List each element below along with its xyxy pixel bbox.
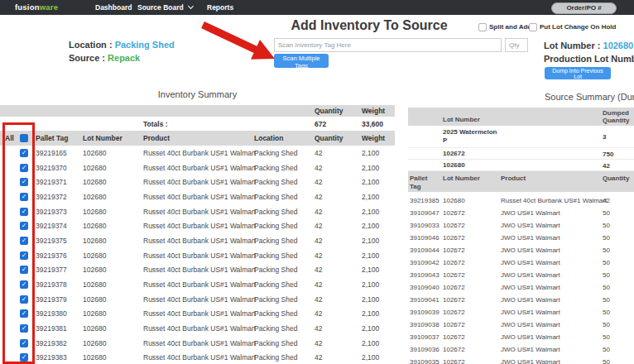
cell-lot-number: 102680 <box>83 251 106 260</box>
cell-src-pallet-tag: 39109039 <box>410 308 439 315</box>
scan-inventory-tag-input[interactable] <box>274 38 502 52</box>
cell-quantity: 42 <box>315 208 322 216</box>
cell-src-quantity: 50 <box>603 295 610 303</box>
cell-src-quantity: 50 <box>603 246 610 253</box>
app-screen: fusionware Dashboard Source Board Report… <box>0 0 634 364</box>
cell-quantity: 42 <box>315 222 322 230</box>
scan-multiple-tags-button[interactable]: Scan Multiple Tags <box>274 54 329 68</box>
dumped-lot-row: 2025 Watermelon P3 <box>408 126 634 148</box>
inventory-table-row: ✓39219380102680Russet 40ct Burbank US#1 … <box>0 307 395 322</box>
cell-pallet-tag: 39219378 <box>36 280 67 289</box>
order-po-button[interactable]: Order/PO # <box>551 2 617 14</box>
col-header-src-quantity: Quantity <box>603 175 629 182</box>
inventory-table-row: ✓39219374102680Russet 40ct Burbank US#1 … <box>0 218 395 233</box>
cell-lot-number: 102680 <box>83 193 106 201</box>
nav-item-dashboard[interactable]: Dashboard <box>95 3 132 12</box>
cell-location: Packing Shed <box>254 295 297 304</box>
qty-input[interactable] <box>505 38 528 52</box>
col-header-dumped-quantity: Dumped Quantity <box>603 109 634 124</box>
col-header-src-product: Product <box>501 175 526 182</box>
row-checkbox[interactable]: ✓ <box>20 324 28 333</box>
cell-lot-number: 102680 <box>83 280 106 289</box>
row-checkbox[interactable]: ✓ <box>20 208 28 216</box>
cell-dumped-lot: 2025 Watermelon P <box>443 128 497 145</box>
cell-weight: 2,100 <box>362 237 379 245</box>
nav-item-source-board[interactable]: Source Board <box>137 3 193 12</box>
source-line: Source : Repack <box>69 53 140 63</box>
cell-lot-number: 102680 <box>83 295 106 304</box>
cell-src-product: JWO US#1 Walmart <box>501 357 560 364</box>
row-checkbox[interactable]: ✓ <box>20 193 28 201</box>
cell-src-product: Russet 40ct Burbank US#1 Walmart <box>501 196 607 204</box>
logo-part-white: fusion <box>15 2 40 12</box>
cell-product: Russet 40ct Burbank US#1 Walmart <box>143 251 256 260</box>
put-lot-change-on-hold-checkbox[interactable] <box>529 23 537 31</box>
cell-weight: 2,100 <box>362 222 379 230</box>
row-checkbox[interactable]: ✓ <box>20 164 28 172</box>
cell-src-product: JWO US#1 Walmart <box>501 208 560 216</box>
cell-src-lot-number: 102672 <box>443 271 465 278</box>
source-label: Source : <box>69 53 105 63</box>
split-and-add-checkbox[interactable] <box>478 23 487 31</box>
col-header-pallet-tag: Pallet Tag <box>36 134 69 142</box>
cell-pallet-tag: 39219165 <box>36 149 67 157</box>
cell-location: Packing Shed <box>254 280 297 289</box>
cell-src-quantity: 50 <box>603 345 610 352</box>
source-table-row: 39219385102680Russet 40ct Burbank US#1 W… <box>408 194 634 206</box>
row-checkbox[interactable]: ✓ <box>20 309 28 318</box>
location-label: Location : <box>69 40 113 50</box>
cell-product: Russet 40ct Burbank US#1 Walmart <box>143 266 256 274</box>
fusionware-logo[interactable]: fusionware <box>15 2 58 12</box>
cell-lot-number: 102680 <box>83 353 106 362</box>
cell-src-quantity: 50 <box>603 320 610 328</box>
cell-lot-number: 102680 <box>83 309 106 318</box>
source-table-row: 39109041102672JWO US#1 Walmart50 <box>408 293 634 305</box>
cell-product: Russet 40ct Burbank US#1 Walmart <box>143 178 256 186</box>
cell-location: Packing Shed <box>254 339 297 347</box>
lot-number-label: Lot Number : <box>544 41 600 50</box>
cell-dumped-quantity: 750 <box>603 150 613 157</box>
cell-location: Packing Shed <box>254 266 297 274</box>
cell-pallet-tag: 39219373 <box>36 208 67 216</box>
cell-product: Russet 40ct Burbank US#1 Walmart <box>143 149 256 157</box>
cell-src-pallet-tag: 39109044 <box>410 246 439 253</box>
cell-src-quantity: 50 <box>603 258 610 266</box>
col-header-source-lot: Lot Number <box>443 116 480 123</box>
row-checkbox[interactable]: ✓ <box>20 280 28 289</box>
cell-dumped-lot: 102672 <box>443 150 497 158</box>
cell-lot-number: 102680 <box>83 164 106 172</box>
cell-src-product: JWO US#1 Walmart <box>501 246 560 253</box>
cell-src-pallet-tag: 39109033 <box>410 221 439 228</box>
totals-quantity: 672 <box>315 120 326 128</box>
row-checkbox[interactable]: ✓ <box>20 237 28 245</box>
row-checkbox[interactable]: ✓ <box>20 353 28 362</box>
nav-item-reports[interactable]: Reports <box>207 3 233 12</box>
row-checkbox[interactable]: ✓ <box>20 149 28 157</box>
row-checkbox[interactable]: ✓ <box>20 178 28 186</box>
cell-src-lot-number: 102672 <box>443 258 465 266</box>
cell-pallet-tag: 39219372 <box>36 193 67 201</box>
cell-location: Packing Shed <box>254 222 297 230</box>
cell-quantity: 42 <box>315 324 322 333</box>
source-table-row: 39109039102672JWO US#1 Walmart50 <box>408 305 634 318</box>
select-all-checkbox[interactable] <box>20 134 28 142</box>
row-checkbox[interactable]: ✓ <box>20 339 28 347</box>
row-checkbox[interactable]: ✓ <box>20 295 28 304</box>
cell-src-product: JWO US#1 Walmart <box>501 271 560 278</box>
inventory-table-row: ✓39219372102680Russet 40ct Burbank US#1 … <box>0 189 395 204</box>
cell-src-quantity: 50 <box>603 221 610 228</box>
cell-pallet-tag: 39219379 <box>36 295 67 304</box>
row-checkbox[interactable]: ✓ <box>20 266 28 274</box>
dump-into-previous-lot-button[interactable]: Dump Into Previous Lot <box>545 67 611 79</box>
cell-src-lot-number: 102672 <box>443 333 465 340</box>
cell-quantity: 42 <box>315 266 322 274</box>
dumped-lot-row: 10268042 <box>408 160 634 171</box>
row-checkbox[interactable]: ✓ <box>20 222 28 230</box>
row-checkbox[interactable]: ✓ <box>20 251 28 260</box>
cell-location: Packing Shed <box>254 149 297 157</box>
cell-pallet-tag: 39219376 <box>36 251 67 260</box>
cell-pallet-tag: 39219381 <box>36 324 67 333</box>
split-and-add-label: Split and Add <box>489 23 531 31</box>
cell-location: Packing Shed <box>254 208 297 216</box>
lot-number-line: Lot Number : 102680 <box>544 41 633 50</box>
